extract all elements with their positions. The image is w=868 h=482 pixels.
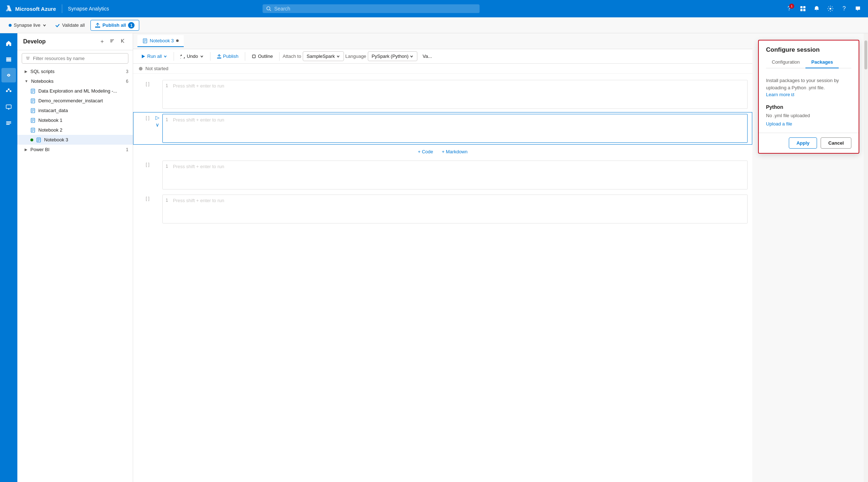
- notebook-toolbar: Run all Undo Publish: [133, 49, 752, 64]
- outline-button[interactable]: Outline: [248, 52, 276, 61]
- search-input[interactable]: [274, 6, 476, 12]
- outline-icon: [252, 54, 256, 59]
- dev-sidebar-header: Develop +: [17, 33, 133, 50]
- config-panel-title: Configure session: [766, 46, 851, 54]
- notification-badge: 1: [789, 4, 794, 9]
- apps-icon-btn[interactable]: [797, 3, 809, 14]
- sidebar-collapse-icon: [120, 38, 125, 43]
- add-markdown-cell-btn[interactable]: + Markdown: [442, 149, 468, 154]
- notebook-3-active-dot: [30, 138, 33, 141]
- svg-rect-54: [252, 55, 255, 58]
- collapse-icon: [110, 38, 115, 43]
- toolbar-divider-3: [245, 52, 245, 61]
- apps-icon: [800, 6, 806, 12]
- develop-nav-btn[interactable]: [1, 68, 16, 82]
- svg-rect-11: [6, 59, 11, 60]
- publish-all-icon: [95, 23, 100, 28]
- configure-session-panel: Configure session Configuration Packages…: [758, 40, 859, 154]
- notebook-file-icon-3: [30, 108, 35, 113]
- settings-icon-btn[interactable]: [825, 3, 836, 14]
- resource-tree: ▶ SQL scripts 3 ▼ Notebooks 6 Data Explo…: [17, 67, 133, 482]
- notebook-3-tab[interactable]: Notebook 3: [137, 35, 184, 47]
- tree-demo-recommender[interactable]: Demo_recommender_instacart: [17, 96, 133, 106]
- monitor-nav-btn[interactable]: [1, 100, 16, 114]
- config-tab-configuration[interactable]: Configuration: [766, 56, 805, 68]
- upload-file-link[interactable]: Upload a file: [766, 121, 792, 127]
- validate-icon: [55, 23, 60, 28]
- apply-button[interactable]: Apply: [789, 137, 817, 149]
- notebook-file-icon-6: [36, 137, 41, 142]
- brand-text: Microsoft Azure: [15, 6, 56, 12]
- notifications-icon-btn[interactable]: ? 1: [783, 3, 795, 14]
- cell-2-content[interactable]: 1 Press shift + enter to run: [162, 114, 748, 143]
- publish-all-button[interactable]: Publish all 1: [90, 20, 139, 31]
- cell-run-btn[interactable]: ▷: [156, 115, 159, 120]
- cancel-label: Cancel: [828, 140, 844, 146]
- validate-all-btn[interactable]: Validate all: [52, 21, 88, 29]
- synapse-live-btn[interactable]: Synapse live: [6, 21, 49, 29]
- publish-button[interactable]: Publish: [213, 52, 242, 61]
- sql-scripts-label: SQL scripts: [30, 69, 55, 74]
- svg-line-4: [270, 10, 271, 11]
- tree-sql-scripts[interactable]: ▶ SQL scripts 3: [17, 67, 133, 76]
- tree-notebook-1[interactable]: Notebook 1: [17, 115, 133, 125]
- service-name: Synapse Analytics: [68, 6, 109, 12]
- synapse-live-label: Synapse live: [14, 22, 41, 28]
- manage-nav-btn[interactable]: [1, 116, 16, 130]
- cancel-button[interactable]: Cancel: [821, 137, 851, 149]
- cell-3-content[interactable]: 1 Press shift + enter to run: [162, 161, 748, 189]
- instacart-data-label: instacart_data: [38, 108, 68, 113]
- settings-icon: [827, 6, 833, 12]
- cell-4-content[interactable]: 1 Press shift + enter to run: [162, 195, 748, 223]
- notebooks-chevron-icon: ▼: [25, 79, 28, 83]
- collapse-all-btn[interactable]: [108, 38, 116, 46]
- tree-instacart-data[interactable]: instacart_data: [17, 106, 133, 115]
- sql-scripts-chevron-icon: ▶: [25, 69, 27, 73]
- scrollbar[interactable]: [864, 33, 868, 482]
- tree-power-bi[interactable]: ▶ Power BI 1: [17, 145, 133, 154]
- validate-button[interactable]: Va...: [419, 52, 435, 61]
- publish-label: Publish: [223, 54, 239, 59]
- learn-more-link[interactable]: Learn more: [766, 91, 795, 98]
- monitor-icon: [5, 104, 12, 110]
- tree-notebook-2[interactable]: Notebook 2: [17, 125, 133, 135]
- add-resource-btn[interactable]: +: [99, 38, 105, 46]
- attach-to-dropdown[interactable]: SampleSpark: [303, 51, 344, 61]
- cell-1-content[interactable]: 1 Press shift + enter to run: [162, 80, 748, 109]
- tab-unsaved-dot: [176, 39, 179, 42]
- scroll-thumb[interactable]: [864, 40, 867, 69]
- undo-button[interactable]: Undo: [177, 52, 207, 61]
- integrate-nav-btn[interactable]: [1, 84, 16, 98]
- feedback-icon-btn[interactable]: [852, 3, 864, 14]
- collapse-sidebar-btn[interactable]: [119, 38, 127, 46]
- demo-recommender-label: Demo_recommender_instacart: [38, 98, 103, 103]
- tree-notebooks[interactable]: ▼ Notebooks 6: [17, 76, 133, 86]
- main-content-area: Notebook 3 Run all Undo: [133, 33, 752, 482]
- learn-more-label: Learn more: [766, 91, 790, 98]
- language-dropdown[interactable]: PySpark (Python): [368, 51, 418, 61]
- notebook-status-bar: Not started: [133, 64, 752, 74]
- config-panel-footer: Apply Cancel: [759, 133, 859, 153]
- bell-icon-btn[interactable]: [811, 3, 822, 14]
- config-tab-packages[interactable]: Packages: [805, 56, 839, 68]
- sub-navbar: Synapse live Validate all Publish all 1: [0, 17, 868, 33]
- notebook-2-label: Notebook 2: [38, 127, 63, 133]
- help-icon-btn[interactable]: ?: [838, 3, 850, 14]
- svg-rect-12: [6, 60, 11, 61]
- publish-all-label: Publish all: [102, 22, 126, 28]
- icon-sidebar: [0, 33, 17, 482]
- search-bar[interactable]: [263, 4, 480, 13]
- cell-down-btn[interactable]: ∨: [156, 122, 159, 128]
- publish-icon: [217, 54, 221, 59]
- home-nav-btn[interactable]: [1, 36, 16, 51]
- resource-search-input[interactable]: [33, 56, 124, 61]
- tree-notebook-3[interactable]: Notebook 3: [17, 135, 133, 145]
- resource-search-box[interactable]: [22, 53, 128, 64]
- bell-icon: [814, 6, 820, 12]
- run-all-button[interactable]: Run all: [137, 52, 171, 61]
- tree-data-exploration[interactable]: Data Exploration and ML Modeling -...: [17, 86, 133, 96]
- config-panel-body: Install packages to your session by uplo…: [759, 71, 859, 133]
- add-code-cell-btn[interactable]: + Code: [418, 149, 433, 154]
- data-nav-btn[interactable]: [1, 52, 16, 67]
- svg-point-13: [6, 90, 8, 92]
